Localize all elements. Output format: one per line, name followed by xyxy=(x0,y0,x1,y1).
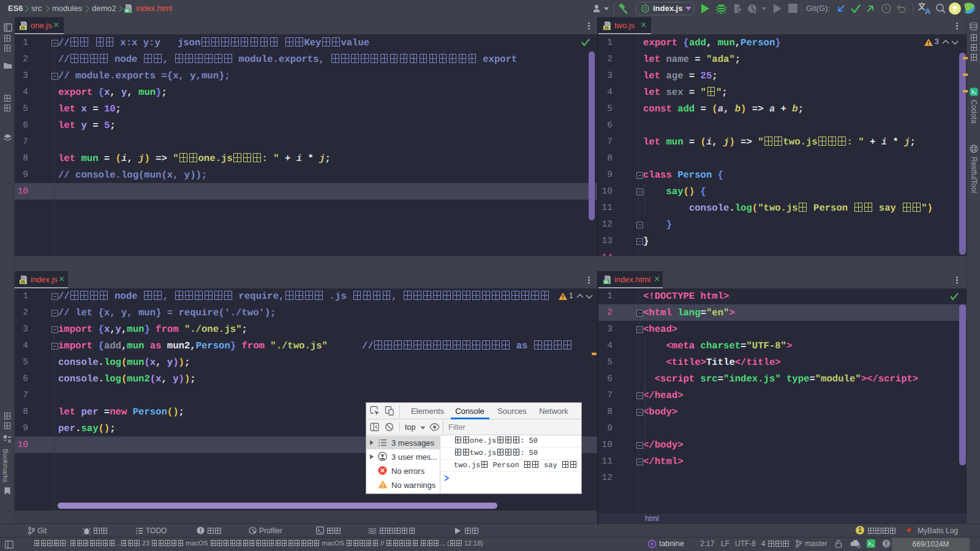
svg-text:JS: JS xyxy=(604,26,609,30)
svg-text:JS: JS xyxy=(20,280,26,284)
svg-text:A: A xyxy=(925,7,931,15)
svg-text:H: H xyxy=(126,9,129,13)
svg-text:H: H xyxy=(605,280,608,284)
svg-text:JS: JS xyxy=(20,26,26,30)
